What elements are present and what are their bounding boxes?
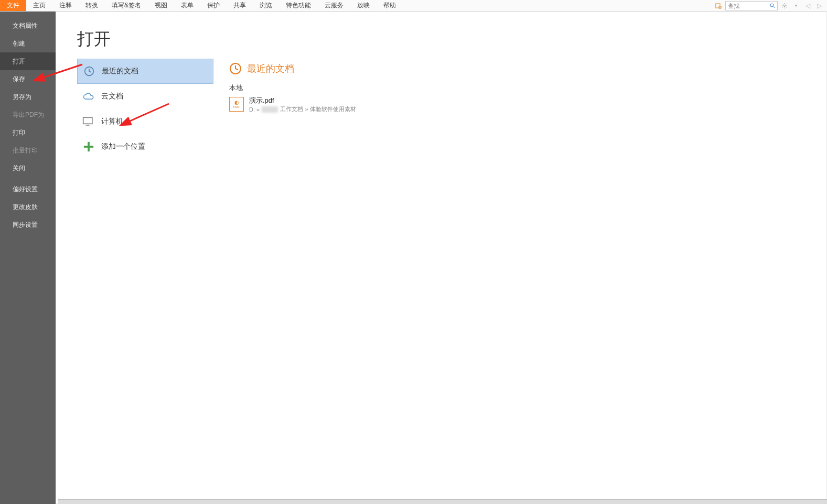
computer-icon: [82, 115, 95, 128]
search-icon[interactable]: [768, 1, 777, 10]
svg-rect-7: [87, 125, 89, 126]
location-label: 添加一个位置: [101, 142, 145, 151]
recent-documents-header: 最近的文档: [229, 28, 826, 75]
location-label: 计算机: [101, 117, 123, 126]
menu-tab-convert[interactable]: 转换: [79, 0, 105, 11]
location-add[interactable]: 添加一个位置: [77, 134, 213, 159]
menu-tab-slideshow[interactable]: 放映: [350, 0, 377, 11]
clock-icon: [229, 62, 242, 75]
nav-next-icon[interactable]: ▷: [814, 1, 824, 10]
page-title: 打开: [77, 28, 213, 51]
cloud-icon: [82, 90, 95, 103]
plus-icon: [82, 140, 95, 153]
sidebar-item-print[interactable]: 打印: [0, 124, 56, 141]
pdf-file-icon: ◐ PDF: [229, 97, 244, 112]
svg-line-3: [774, 6, 775, 8]
clock-icon: [83, 65, 95, 78]
search-input[interactable]: [726, 3, 768, 9]
menu-tab-protect[interactable]: 保护: [200, 0, 227, 11]
sidebar-item-open[interactable]: 打开: [0, 52, 56, 70]
file-name: 演示.pdf: [249, 96, 356, 105]
svg-rect-6: [83, 117, 92, 124]
recent-file-row[interactable]: ◐ PDF 演示.pdf D: » ████ 工作文档 » 体验软件使用素材: [229, 95, 826, 114]
menu-tab-browse[interactable]: 浏览: [253, 0, 279, 11]
menu-tab-view[interactable]: 视图: [148, 0, 174, 11]
sidebar-item-create[interactable]: 创建: [0, 35, 56, 52]
top-menubar: 文件 主页 注释 转换 填写&签名 视图 表单 保护 共享 浏览 特色功能 云服…: [0, 0, 827, 12]
sidebar-item-batch-print: 批量打印: [0, 141, 56, 159]
recent-header-label: 最近的文档: [247, 62, 294, 75]
search-box[interactable]: [725, 1, 778, 10]
location-computer[interactable]: 计算机: [77, 109, 213, 134]
file-sidebar: 文档属性 创建 打开 保存 另存为 导出PDF为 打印 批量打印 关闭 偏好设置…: [0, 12, 56, 504]
location-cloud[interactable]: 云文档: [77, 84, 213, 109]
location-label: 最近的文档: [102, 67, 138, 76]
menu-tab-help[interactable]: 帮助: [377, 0, 403, 11]
sidebar-item-skin[interactable]: 更改皮肤: [0, 198, 56, 216]
section-local-label: 本地: [229, 83, 826, 93]
svg-point-2: [770, 4, 774, 7]
sidebar-item-save[interactable]: 保存: [0, 70, 56, 88]
location-recent[interactable]: 最近的文档: [77, 59, 213, 84]
main-content: 打开 最近的文档 云文档 计算机: [56, 12, 827, 504]
sidebar-item-sync[interactable]: 同步设置: [0, 216, 56, 234]
menu-tab-fillsign[interactable]: 填写&签名: [105, 0, 148, 11]
menu-tab-home[interactable]: 主页: [26, 0, 52, 11]
sidebar-item-close[interactable]: 关闭: [0, 159, 56, 177]
menu-tab-special[interactable]: 特色功能: [279, 0, 318, 11]
menu-tab-form[interactable]: 表单: [174, 0, 200, 11]
svg-rect-0: [716, 3, 720, 7]
sidebar-item-export-pdf: 导出PDF为: [0, 106, 56, 124]
svg-rect-8: [85, 126, 90, 126]
sidebar-item-prefs[interactable]: 偏好设置: [0, 180, 56, 198]
svg-rect-10: [84, 146, 93, 148]
sidebar-item-doc-props[interactable]: 文档属性: [0, 17, 56, 35]
menu-tab-share[interactable]: 共享: [227, 0, 253, 11]
quick-search-icon[interactable]: [714, 1, 723, 10]
chevron-down-icon[interactable]: ▾: [791, 1, 801, 10]
location-label: 云文档: [101, 92, 123, 101]
menu-tab-file[interactable]: 文件: [0, 0, 26, 11]
nav-prev-icon[interactable]: ◁: [803, 1, 812, 10]
horizontal-scrollbar[interactable]: [58, 499, 827, 504]
file-path: D: » ████ 工作文档 » 体验软件使用素材: [249, 105, 356, 113]
menu-tab-cloud[interactable]: 云服务: [318, 0, 350, 11]
svg-point-4: [784, 5, 786, 6]
sidebar-item-save-as[interactable]: 另存为: [0, 88, 56, 106]
menu-tab-annotate[interactable]: 注释: [52, 0, 79, 11]
gear-icon[interactable]: [780, 1, 789, 10]
